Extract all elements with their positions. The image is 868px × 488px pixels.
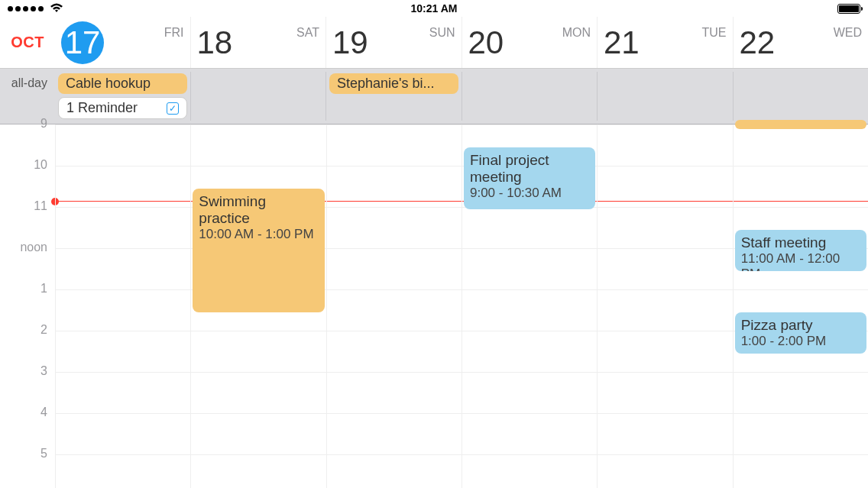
event-final-meeting[interactable]: Final project meeting 9:00 - 10:30 AM	[464, 147, 595, 209]
status-bar: 10:21 AM	[0, 0, 868, 17]
day-short: SAT	[281, 26, 319, 40]
allday-event-stephanie[interactable]: Stephanie's bi...	[329, 73, 458, 94]
grid-col-tue[interactable]	[597, 124, 732, 488]
event-pizza-party[interactable]: Pizza party 1:00 - 2:00 PM	[735, 312, 866, 354]
checkbox-icon: ✓	[167, 102, 179, 115]
event-time: 10:00 AM - 1:00 PM	[199, 227, 318, 242]
grid-col-sun[interactable]	[326, 124, 462, 488]
grid-col-fri[interactable]	[55, 124, 190, 488]
day-number: 19	[332, 24, 368, 61]
day-column-tue[interactable]: 21 TUE	[597, 17, 733, 68]
allday-event-cable[interactable]: Cable hookup	[58, 73, 187, 94]
hour-label: 4	[0, 406, 55, 419]
signal-dots-icon	[8, 6, 44, 11]
hour-label: 3	[0, 364, 55, 378]
allday-event-reminder[interactable]: 1 Reminder ✓	[58, 97, 187, 119]
day-short: SUN	[417, 26, 455, 40]
hour-label: 10	[0, 158, 55, 172]
allday-band: all-day Cable hookup 1 Reminder ✓ Stepha…	[0, 69, 868, 124]
hour-label: 11	[0, 199, 55, 213]
event-title: Pizza party	[741, 317, 860, 334]
day-column-mon[interactable]: 20 MON	[462, 17, 598, 68]
allday-col-2[interactable]: Stephanie's bi...	[326, 72, 462, 121]
day-column-wed[interactable]: 22 WED	[733, 17, 869, 68]
event-partial-top[interactable]	[735, 120, 866, 129]
wifi-icon	[50, 2, 63, 15]
hour-gutter: 9 10 11 noon 1 2 3 4 5	[0, 124, 55, 488]
event-title: Staff meeting	[741, 234, 860, 251]
calendar-header: OCT 17 FRI 18 SAT 19 SUN 20 MON 21 TUE 2…	[0, 17, 868, 69]
hour-label: 2	[0, 323, 55, 337]
grid-col-wed[interactable]: Staff meeting 11:00 AM - 12:00 PM Pizza …	[733, 124, 868, 488]
allday-col-3[interactable]	[462, 72, 598, 121]
allday-col-1[interactable]	[190, 72, 326, 121]
month-label[interactable]: OCT	[0, 34, 55, 51]
day-short: FRI	[146, 26, 184, 40]
event-time: 1:00 - 2:00 PM	[741, 334, 860, 349]
day-labels: 17 FRI 18 SAT 19 SUN 20 MON 21 TUE 22 WE…	[55, 17, 868, 68]
event-staff-meeting[interactable]: Staff meeting 11:00 AM - 12:00 PM	[735, 230, 866, 271]
allday-label: all-day	[0, 72, 55, 121]
day-column-sat[interactable]: 18 SAT	[190, 17, 326, 68]
time-grid[interactable]: 9 10 11 noon 1 2 3 4 5 Swimming practic	[0, 124, 868, 488]
day-column-fri[interactable]: 17 FRI	[55, 17, 190, 68]
day-number: 17	[61, 21, 104, 64]
event-title: Final project meeting	[470, 152, 589, 186]
day-number: 21	[604, 24, 640, 61]
day-column-sun[interactable]: 19 SUN	[326, 17, 462, 68]
event-swimming[interactable]: Swimming practice 10:00 AM - 1:00 PM	[193, 189, 324, 312]
reminder-label: 1 Reminder	[66, 100, 138, 116]
event-time: 9:00 - 10:30 AM	[470, 186, 589, 201]
allday-col-4[interactable]	[597, 72, 733, 121]
hour-label: noon	[0, 241, 55, 254]
day-short: MON	[552, 26, 591, 40]
day-short: WED	[824, 26, 862, 40]
hour-label: 9	[0, 117, 55, 131]
hour-label: 5	[0, 447, 55, 461]
grid-col-sat[interactable]: Swimming practice 10:00 AM - 1:00 PM	[190, 124, 326, 488]
allday-col-0[interactable]: Cable hookup 1 Reminder ✓	[55, 72, 190, 121]
day-number: 22	[740, 24, 776, 61]
status-time: 10:21 AM	[411, 2, 458, 15]
hour-label: 1	[0, 282, 55, 296]
day-number: 20	[468, 24, 504, 61]
day-short: TUE	[688, 26, 727, 40]
grid-col-mon[interactable]: Final project meeting 9:00 - 10:30 AM	[462, 124, 597, 488]
battery-icon	[837, 4, 860, 14]
day-number: 18	[197, 24, 233, 61]
event-title: Swimming practice	[199, 193, 318, 227]
event-time: 11:00 AM - 12:00 PM	[741, 251, 860, 271]
allday-col-5[interactable]	[733, 72, 869, 121]
